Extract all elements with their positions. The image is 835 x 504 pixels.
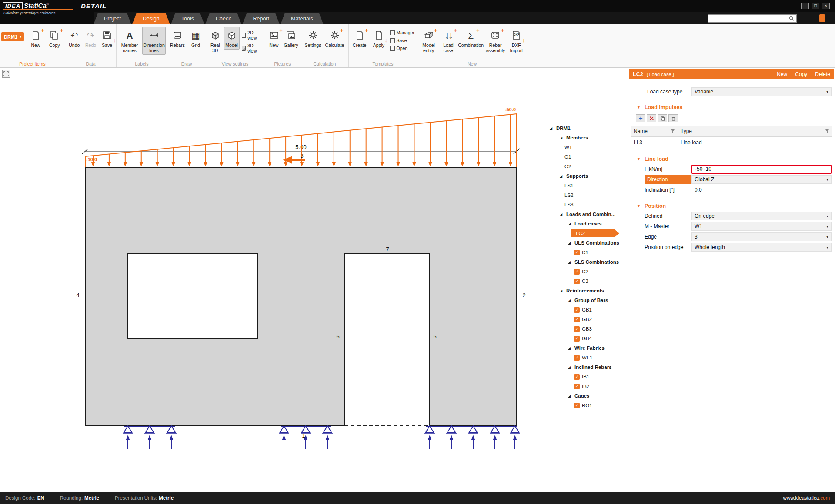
tree-item-uls-combinations[interactable]: ◢ULS Combinations xyxy=(549,238,628,248)
edge-dropdown[interactable]: 3 ▼ xyxy=(691,232,832,241)
remove-impulse-button[interactable] xyxy=(647,114,656,122)
tree-item-ib1[interactable]: ✓IB1 xyxy=(549,372,628,381)
defined-dropdown[interactable]: On edge ▼ xyxy=(691,212,832,220)
position-on-edge-dropdown[interactable]: Whole length ▼ xyxy=(691,243,832,252)
expander-icon[interactable]: ◢ xyxy=(560,136,566,140)
dxf-import-button[interactable]: DXF ↓ DXF Import xyxy=(508,27,525,55)
tab-report[interactable]: Report xyxy=(242,13,280,24)
tab-check[interactable]: Check xyxy=(205,13,241,24)
delete-load-case-button[interactable]: Delete xyxy=(815,71,830,77)
tree-item-group-of-bars[interactable]: ◢Group of Bars xyxy=(549,295,628,305)
master-dropdown[interactable]: W1 ▼ xyxy=(691,222,832,231)
member-names-button[interactable]: A Member names xyxy=(118,27,141,55)
opening-2[interactable] xyxy=(345,254,429,426)
filter-icon[interactable] xyxy=(671,129,675,133)
tree-item-members[interactable]: ◢Members xyxy=(549,133,628,143)
inclination-value[interactable]: 0.0 xyxy=(691,187,832,193)
tab-tools[interactable]: Tools xyxy=(171,13,204,24)
grid-button[interactable]: ▦ Grid xyxy=(187,27,204,50)
search-box[interactable] xyxy=(708,14,797,23)
tree-item-c3[interactable]: ✓C3 xyxy=(549,276,628,286)
column-header-type[interactable]: Type xyxy=(681,128,692,134)
tree-item-sls-combinations[interactable]: ◢SLS Combinations xyxy=(549,257,628,267)
minimize-button[interactable]: – xyxy=(801,3,809,9)
tree-item-c2[interactable]: ✓C2 xyxy=(549,267,628,276)
expander-icon[interactable]: ◢ xyxy=(568,365,574,369)
tree-item-gb2[interactable]: ✓GB2 xyxy=(549,315,628,324)
checkbox-checked-icon[interactable]: ✓ xyxy=(574,355,580,361)
tree-item-wire-fabrics[interactable]: ◢Wire Fabrics xyxy=(549,343,628,353)
undo-button[interactable]: ↶ Undo xyxy=(67,27,82,50)
direction-dropdown[interactable]: Global Z ▼ xyxy=(691,175,832,184)
checkbox-checked-icon[interactable]: ✓ xyxy=(574,250,580,255)
load-case-button[interactable]: ↓↓ + Load case xyxy=(439,27,457,55)
tree-item-loads-and-combinations[interactable]: ◢Loads and Combin... xyxy=(549,209,628,219)
tree-item-ls1[interactable]: LS1 xyxy=(549,181,628,190)
tree-item-ls2[interactable]: LS2 xyxy=(549,190,628,200)
settings-button[interactable]: Settings xyxy=(304,27,323,50)
tree-item-load-cases[interactable]: ◢Load cases xyxy=(549,219,628,229)
tree-item-wf1[interactable]: ✓WF1 xyxy=(549,353,628,362)
template-open-button[interactable]: Open xyxy=(389,45,416,51)
checkbox-checked-icon[interactable]: ✓ xyxy=(574,336,580,342)
save-button[interactable]: ↓ Save xyxy=(99,27,115,50)
filter-icon[interactable] xyxy=(825,129,829,133)
redo-button[interactable]: ↷ Redo xyxy=(83,27,99,50)
checkbox-checked-icon[interactable]: ✓ xyxy=(574,326,580,332)
template-manager-button[interactable]: Manager xyxy=(389,30,416,36)
view-2d-button[interactable]: 2D view xyxy=(240,30,263,41)
copy-load-case-button[interactable]: Copy xyxy=(795,71,807,77)
add-impulse-button[interactable] xyxy=(636,114,645,122)
tree-item-gb3[interactable]: ✓GB3 xyxy=(549,324,628,334)
fit-view-button[interactable] xyxy=(2,70,10,78)
tree-item-reinforcements[interactable]: ◢Reinforcements xyxy=(549,286,628,295)
tab-materials[interactable]: Materials xyxy=(281,13,324,24)
expander-icon[interactable]: ◢ xyxy=(568,394,574,398)
tree-item-lc2-selected[interactable]: LC2 xyxy=(549,229,628,238)
checkbox-checked-icon[interactable]: ✓ xyxy=(574,384,580,389)
expander-icon[interactable]: ◢ xyxy=(568,260,574,264)
checkbox-checked-icon[interactable]: ✓ xyxy=(574,374,580,380)
delete-impulse-button[interactable] xyxy=(668,114,678,122)
tree-item-o2[interactable]: O2 xyxy=(549,162,628,171)
f-value-input[interactable]: -50 -10 xyxy=(691,165,832,174)
expander-icon[interactable]: ◢ xyxy=(568,222,574,226)
expander-icon[interactable]: ◢ xyxy=(560,212,566,216)
real-3d-button[interactable]: Real 3D xyxy=(207,27,223,55)
expander-icon[interactable]: ◢ xyxy=(560,289,566,293)
rebars-button[interactable]: Rebars xyxy=(169,27,186,50)
template-save-button[interactable]: Save xyxy=(389,37,416,43)
new-project-item-button[interactable]: + New xyxy=(27,27,44,50)
model-entity-button[interactable]: + Model entity xyxy=(419,27,438,55)
tree-item-gb4[interactable]: ✓GB4 xyxy=(549,334,628,343)
load-case-type-dropdown[interactable]: Variable ▼ xyxy=(691,87,832,96)
new-load-case-button[interactable]: New xyxy=(777,71,787,77)
rebar-assembly-button[interactable]: + Rebar assembly xyxy=(484,27,507,55)
copy-project-item-button[interactable]: + Copy xyxy=(46,27,63,50)
opening-1[interactable] xyxy=(128,253,258,339)
structure-drawing[interactable]: 5.00 -10.0 -50.0 3 4 2 6 5 7 1 xyxy=(0,68,628,492)
direction-label[interactable]: Direction xyxy=(645,175,691,184)
checkbox-checked-icon[interactable]: ✓ xyxy=(574,279,580,284)
dimension-lines-button[interactable]: Dimension lines xyxy=(142,27,166,55)
tree-item-cages[interactable]: ◢Cages xyxy=(549,391,628,401)
apply-template-button[interactable]: ↓ Apply xyxy=(370,27,387,50)
checkbox-checked-icon[interactable]: ✓ xyxy=(574,317,580,322)
view-3d-button[interactable]: 3D view xyxy=(240,43,263,54)
impulse-table-row[interactable]: LL3 Line load xyxy=(631,137,832,148)
gallery-button[interactable]: Gallery xyxy=(283,27,300,50)
tab-design[interactable]: Design xyxy=(132,13,170,24)
position-section-header[interactable]: ▼ Position xyxy=(628,201,835,211)
close-button[interactable]: × xyxy=(822,3,830,9)
tree-item-supports[interactable]: ◢Supports xyxy=(549,171,628,181)
new-picture-button[interactable]: + New xyxy=(266,27,282,50)
tree-item-w1[interactable]: W1 xyxy=(549,143,628,152)
tree-item-gb1[interactable]: ✓GB1 xyxy=(549,305,628,315)
checkbox-checked-icon[interactable]: ✓ xyxy=(574,269,580,275)
line-load-section-header[interactable]: ▼ Line load xyxy=(628,154,835,164)
model-canvas[interactable]: 5.00 -10.0 -50.0 3 4 2 6 5 7 1 xyxy=(0,68,628,492)
tree-item-ib2[interactable]: ✓IB2 xyxy=(549,381,628,391)
tab-project[interactable]: Project xyxy=(94,13,131,24)
tree-item-ro1[interactable]: ✓RO1 xyxy=(549,401,628,410)
line-supports[interactable] xyxy=(123,426,520,449)
